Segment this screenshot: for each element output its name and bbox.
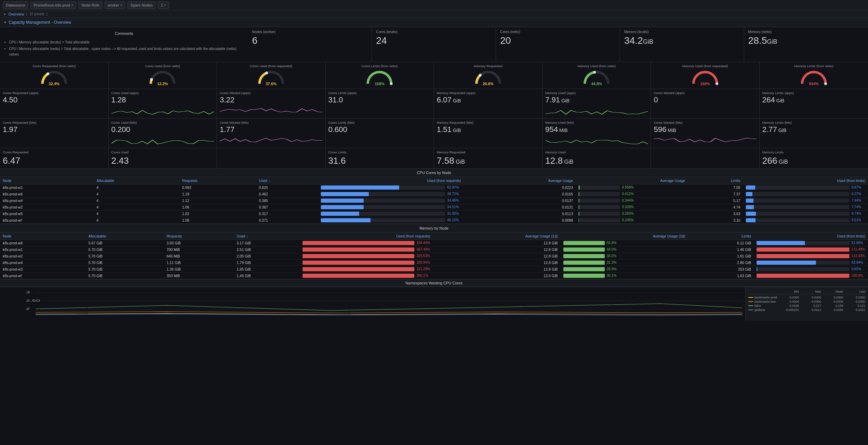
gauge-label: Cores Requested (from netto) bbox=[3, 64, 106, 68]
table-row[interactable]: k8s-prod-w1 5.70 GiB 700 MiB 2.51 GiB 36… bbox=[0, 246, 868, 253]
svg-text:2: 2 bbox=[26, 307, 30, 311]
table-row[interactable]: k8s-prod-w4 5.70 GiB 1.11 GiB 1.79 GiB 1… bbox=[0, 259, 868, 266]
table-row[interactable]: k8s-prod-wf 4 1.08 0.371 40.10% 0.0098 bbox=[0, 217, 868, 223]
gauge-panel-2: Cores Used (from requested) 37.6% bbox=[217, 62, 326, 89]
svg-point-5 bbox=[593, 71, 596, 73]
spare-nodes-selector[interactable]: 1 ▾ bbox=[158, 1, 169, 9]
table-row[interactable]: k8s-prod-w5 4 1.02 0.317 31.00% 0.0113 bbox=[0, 210, 868, 217]
gauge-label: Memory Requested bbox=[437, 64, 540, 68]
spark-value: 6.07 GiB bbox=[437, 95, 540, 104]
avg-usage-val: 0.0131 bbox=[464, 204, 576, 210]
table-row[interactable]: k8s-prod-w6 4 1.19 0.462 38.72% 0.0165 bbox=[0, 191, 868, 197]
node-name: k8s-prod-wf bbox=[0, 217, 94, 223]
table-row[interactable]: k8s-prod-w2 4 1.06 0.367 34.51% 0.0131 bbox=[0, 204, 868, 210]
used: 0.462 bbox=[256, 191, 318, 197]
avg-usage-bar: 28.9% bbox=[561, 266, 688, 272]
bigval-panel-3: Cores Limits 31.6 bbox=[326, 148, 434, 168]
allocatable: 5.70 GiB bbox=[86, 259, 164, 266]
avg-usage-bar: 36.0% bbox=[561, 253, 688, 259]
legend-color-swatch bbox=[748, 297, 753, 298]
spark-panel-0-3: Cores Limits (apps) 31.0 bbox=[326, 89, 434, 118]
spark-panel-0-2: Cores Wasted (apps) 3.22 bbox=[217, 89, 326, 118]
used: 0.367 bbox=[256, 204, 318, 210]
comment-item-2: CPU / Memory allocatable (netto) = Total… bbox=[9, 46, 244, 57]
used-from-limits: 113.43% bbox=[754, 253, 868, 259]
bigval-panel-7: Memory Limits 266 GiB bbox=[760, 148, 868, 168]
node-name: k8s-prod-w2 bbox=[0, 204, 94, 210]
bigval-label: Memory Used bbox=[545, 150, 648, 154]
bigval-label: Cores Used bbox=[111, 150, 214, 154]
nodes-label: Nodes (worker) bbox=[252, 30, 367, 34]
requests: 0.993 bbox=[179, 184, 256, 191]
table-row[interactable]: k8s-prod-w1 4 0.993 0.625 62.97% 0.0223 bbox=[0, 184, 868, 191]
th-1: Allocatable bbox=[86, 233, 164, 240]
datasource-button[interactable]: Datasource bbox=[3, 1, 28, 9]
spark-label: Memory Limits (apps) bbox=[762, 91, 866, 95]
th-8: Used (from limits) bbox=[754, 233, 868, 240]
used-from-requests: 160.94% bbox=[300, 259, 433, 266]
ns-chart-section: Namespaces Wasting CPU Cores 3 2.50 2 Mi… bbox=[0, 280, 868, 321]
svg-point-4 bbox=[479, 73, 482, 76]
table-row[interactable]: k8s-prod-w2 5.70 GiB 646 MiB 2.05 GiB 32… bbox=[0, 253, 868, 259]
mem-netto-label: Memory (netto) bbox=[748, 30, 864, 34]
th-5: Average Usage bbox=[464, 177, 576, 184]
spark-value: 2.77 GiB bbox=[762, 125, 866, 134]
stat-nodes: Nodes (worker) 6 bbox=[248, 27, 372, 62]
bigval-value: 266 GiB bbox=[762, 155, 866, 166]
legend-row: grafana 0.000231 0.0411 0.0260 0.0251 bbox=[748, 308, 865, 312]
expand-arrow[interactable]: ▸ bbox=[4, 12, 6, 16]
avg-usage-bar: 55.8% bbox=[561, 240, 688, 246]
limits: 1.46 GiB bbox=[688, 246, 754, 253]
overview-link[interactable]: Overview bbox=[8, 12, 24, 16]
gauge-container: 158% bbox=[366, 69, 393, 87]
memory-table-title: Memory by Node bbox=[0, 224, 868, 233]
gauge-value: 37.6% bbox=[266, 82, 276, 86]
legend-name: grafana bbox=[748, 308, 777, 312]
used-from-limits: 0.65% bbox=[754, 266, 868, 272]
cluster-selector[interactable]: Prometheus-k8s-prod ▾ bbox=[30, 1, 76, 9]
used-from-requests: 380.1% bbox=[300, 272, 433, 279]
th-4: Used (from requests) bbox=[318, 177, 464, 184]
legend-name: falco bbox=[748, 304, 777, 307]
gauge-label: Memory Used (from netto) bbox=[545, 64, 648, 68]
spark-label: Cores Wasted (k8s) bbox=[220, 121, 323, 124]
avg-usage-val: 0.0113 bbox=[464, 210, 576, 217]
spark-value: 31.0 bbox=[328, 95, 431, 104]
spark-svg bbox=[545, 135, 648, 145]
avg-usage-val: 12.8 GiB bbox=[433, 246, 560, 253]
datasource-label: Datasource bbox=[6, 3, 25, 7]
mem-brutto-value: 34.2GiB bbox=[624, 35, 739, 46]
toolbar: Datasource Prometheus-k8s-prod ▾ Node Ro… bbox=[0, 0, 868, 10]
th-1: Allocatable bbox=[94, 177, 179, 184]
limits: 3.63 bbox=[688, 210, 743, 217]
th-8: Used (from limits) bbox=[743, 177, 868, 184]
spark-value: 1.28 bbox=[111, 95, 214, 104]
table-row[interactable]: k8s-prod-w3 5.70 GiB 1.36 GiB 1.65 GiB 1… bbox=[0, 266, 868, 272]
requests: 1.36 GiB bbox=[164, 266, 234, 272]
legend-row: falco 0.0166 0.217 0.159 0.121 bbox=[748, 304, 865, 307]
node-name: k8s-prod-w6 bbox=[0, 240, 86, 246]
node-name: k8s-prod-w4 bbox=[0, 197, 94, 204]
section-header[interactable]: ▾ Capacity Management - Overview bbox=[0, 18, 868, 27]
spark-value: 1.51 GiB bbox=[437, 125, 540, 134]
limits: 2.80 GiB bbox=[688, 259, 754, 266]
spark-value: 264 GiB bbox=[762, 95, 866, 104]
table-row[interactable]: k8s-prod-w6 5.67 GiB 3.03 GiB 3.17 GiB 1… bbox=[0, 240, 868, 246]
legend-min: 0.0300 bbox=[778, 296, 799, 299]
table-row[interactable]: k8s-prod-w4 4 1.12 0.385 34.46% 0.0137 bbox=[0, 197, 868, 204]
spark-panel-1-4: Memory Requested (k8s) 1.51 GiB bbox=[434, 119, 543, 148]
comments-list: CPU / Memory allocatable (brutto) = Tota… bbox=[4, 40, 244, 57]
requests: 1.06 bbox=[179, 204, 256, 210]
gauge-panel-5: Memory Used (from netto) 44.8% bbox=[543, 62, 651, 89]
gauge-panel-3: Cores Limits (from netto) 158% bbox=[326, 62, 434, 89]
table-row[interactable]: k8s-prod-wf 5.70 GiB 393 MiB 1.46 GiB 38… bbox=[0, 272, 868, 279]
th-7: Limits bbox=[688, 177, 743, 184]
svg-point-6 bbox=[716, 82, 718, 85]
legend-label: bookmarks-test bbox=[754, 300, 776, 303]
spark-label: Cores Requested (k8s) bbox=[3, 121, 106, 124]
spark-panel-1-5: Memory Used (k8s) 954 MiB bbox=[543, 119, 651, 148]
spark-svg bbox=[545, 105, 648, 115]
cluster-arrow: ▾ bbox=[71, 3, 73, 7]
node-role-selector[interactable]: worker ▾ bbox=[105, 1, 125, 9]
th-6: Average Usage (1d) bbox=[561, 233, 688, 240]
